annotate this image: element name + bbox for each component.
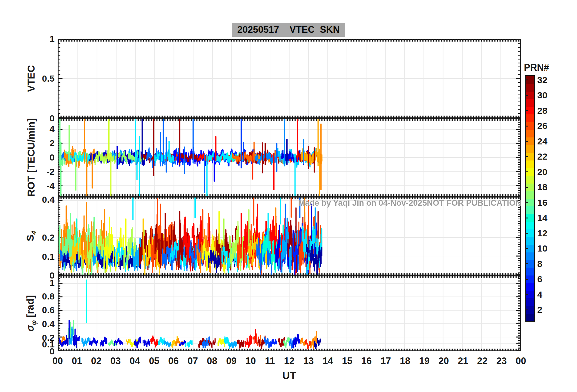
xtick-10-10: 10 — [245, 356, 256, 367]
plot-title: 20250517 VTEC SKN — [232, 23, 345, 37]
figure: 20250517 VTEC SKN Made by Yaqi Jin on 04… — [0, 0, 577, 392]
colorbar-tick-18 — [526, 187, 528, 188]
xtick-19-19: 19 — [419, 356, 430, 367]
y-axis-label-vtec: VTEC — [25, 65, 37, 92]
colorbar-label-22: 22 — [537, 151, 547, 162]
xtick-22-22: 22 — [477, 356, 488, 367]
x-axis-label: UT — [58, 370, 521, 381]
colorbar-segment-prn-23 — [526, 145, 534, 153]
xtick-12-12: 12 — [284, 356, 294, 367]
panel-sigma_phi — [58, 275, 521, 351]
colorbar-segment-prn-9 — [526, 252, 534, 260]
panel-s4 — [58, 197, 521, 275]
colorbar-tick-22 — [526, 156, 528, 157]
colorbar-segment-prn-13 — [526, 222, 534, 229]
colorbar-tick-10 — [526, 248, 528, 249]
colorbar-tick-20 — [526, 171, 528, 172]
xtick-8-08: 08 — [207, 356, 217, 367]
xtick-17-17: 17 — [380, 356, 391, 367]
ytick-s4-0.1: 0.1 — [24, 252, 55, 262]
colorbar-tick-32 — [526, 79, 528, 80]
colorbar-label-4: 4 — [537, 289, 542, 300]
colorbar-label-16: 16 — [537, 198, 547, 208]
colorbar-segment-prn-11 — [526, 237, 534, 245]
colorbar-label-12: 12 — [537, 228, 547, 238]
xtick-13-13: 13 — [303, 356, 314, 367]
colorbar-label-2: 2 — [537, 305, 542, 315]
colorbar-segment-prn-19 — [526, 176, 534, 183]
ytick-sigma_phi-0.2: 0.2 — [24, 333, 55, 343]
xtick-2-02: 02 — [91, 356, 101, 367]
xtick-5-05: 05 — [149, 356, 159, 367]
xtick-21-21: 21 — [458, 356, 468, 367]
colorbar-segment-prn-29 — [526, 99, 534, 107]
colorbar-segment-prn-21 — [526, 161, 534, 168]
colorbar-segment-prn-27 — [526, 114, 534, 122]
xtick-23-23: 23 — [496, 356, 507, 367]
chart-canvas-vtec — [59, 40, 520, 117]
colorbar-tick-8 — [526, 263, 528, 264]
colorbar-segment-prn-25 — [526, 130, 534, 137]
ytick-vtec-1: 1 — [24, 34, 55, 44]
colorbar-segment-prn-15 — [526, 206, 534, 214]
xtick-4-04: 04 — [130, 356, 140, 367]
colorbar-label-24: 24 — [537, 136, 547, 147]
y-axis-label-sigma_phi: σφ [rad] — [25, 295, 38, 332]
xtick-20-20: 20 — [438, 356, 449, 367]
colorbar-tick-30 — [526, 95, 528, 96]
colorbar-tick-2 — [526, 309, 528, 310]
colorbar-tick-28 — [526, 110, 528, 111]
colorbar-label-6: 6 — [537, 274, 542, 284]
colorbar-label-32: 32 — [537, 75, 547, 85]
colorbar-label-20: 20 — [537, 167, 547, 177]
colorbar-label-10: 10 — [537, 243, 547, 254]
xtick-1-01: 01 — [72, 356, 82, 367]
colorbar-label-26: 26 — [537, 121, 547, 131]
xtick-3-03: 03 — [110, 356, 121, 367]
colorbar-segment-prn-31 — [526, 84, 534, 91]
colorbar-tick-26 — [526, 126, 528, 127]
xtick-9-09: 09 — [226, 356, 236, 367]
xtick-24-00: 00 — [516, 356, 526, 367]
y-axis-label-rot: ROT [TECU/min] — [25, 118, 37, 197]
xtick-18-18: 18 — [400, 356, 410, 367]
chart-canvas-s4 — [59, 198, 520, 275]
xtick-14-14: 14 — [323, 356, 333, 367]
colorbar-segment-prn-5 — [526, 283, 534, 291]
colorbar-segment-prn-7 — [526, 268, 534, 275]
chart-canvas-rot — [59, 119, 520, 196]
colorbar-label-28: 28 — [537, 106, 547, 116]
colorbar-label-8: 8 — [537, 259, 542, 269]
colorbar-label-14: 14 — [537, 213, 547, 223]
xtick-15-15: 15 — [342, 356, 352, 367]
panel-rot — [58, 118, 521, 197]
colorbar-label-18: 18 — [537, 182, 547, 192]
colorbar-title: PRN# — [524, 62, 549, 73]
xtick-11-11: 11 — [265, 356, 275, 367]
watermark-author: Made by Yaqi Jin on 04-Nov-2025 — [298, 198, 427, 208]
xtick-6-06: 06 — [168, 356, 179, 367]
colorbar — [525, 75, 535, 322]
colorbar-label-30: 30 — [537, 90, 547, 100]
colorbar-segment-prn-1 — [526, 314, 534, 321]
xtick-7-07: 07 — [187, 356, 198, 367]
colorbar-tick-14 — [526, 218, 528, 218]
chart-canvas-sigma_phi — [59, 276, 520, 350]
colorbar-tick-4 — [526, 294, 528, 295]
panel-vtec — [58, 39, 521, 118]
colorbar-tick-12 — [526, 233, 528, 234]
colorbar-segment-prn-17 — [526, 191, 534, 199]
colorbar-segment-prn-3 — [526, 298, 534, 306]
colorbar-tick-24 — [526, 141, 528, 142]
colorbar-tick-6 — [526, 279, 528, 280]
watermark: Made by Yaqi Jin on 04-Nov-2025 NOT FOR … — [298, 198, 516, 208]
colorbar-tick-16 — [526, 202, 528, 203]
xtick-16-16: 16 — [361, 356, 372, 367]
watermark-notice: NOT FOR PUBLICATION — [427, 198, 521, 208]
xtick-0-00: 00 — [52, 356, 63, 367]
y-axis-label-s4: S4 — [25, 231, 38, 242]
ytick-sigma_phi-1: 1 — [24, 278, 55, 288]
